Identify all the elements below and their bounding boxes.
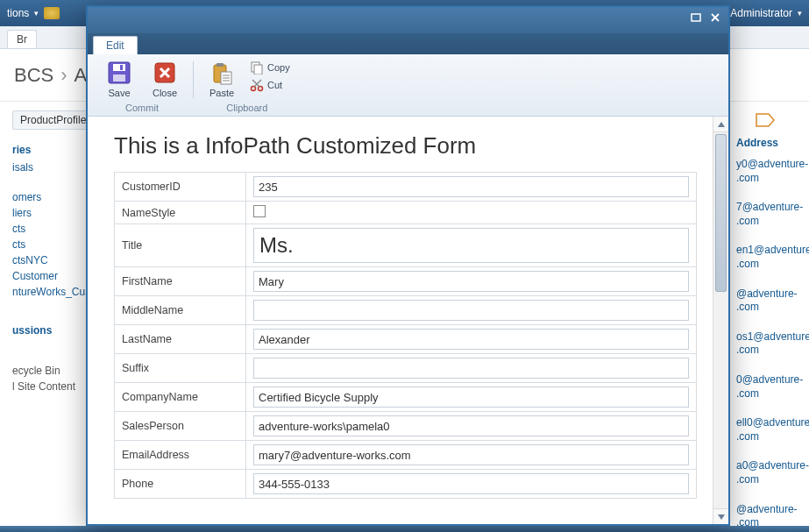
input-suffix[interactable] <box>253 358 689 379</box>
copy-label: Copy <box>267 62 290 73</box>
label-customerid: CustomerID <box>115 173 246 202</box>
paste-button[interactable]: Paste <box>202 58 241 100</box>
row-customerid: CustomerID <box>115 173 697 202</box>
row-companyname: CompanyName <box>115 383 697 412</box>
label-lastname: LastName <box>115 325 246 354</box>
scroll-up-button[interactable] <box>713 117 728 132</box>
input-phone[interactable] <box>253 473 689 494</box>
ribbon-group-clipboard: Paste Copy Cut Clipboard <box>195 58 299 114</box>
cut-label: Cut <box>267 80 282 90</box>
vertical-scrollbar[interactable] <box>713 117 728 524</box>
ribbon-group-clipboard-label: Clipboard <box>226 102 267 114</box>
label-phone: Phone <box>115 470 246 499</box>
edit-item-dialog: Edit Save Close Commit <box>86 5 730 526</box>
svg-rect-8 <box>120 65 123 70</box>
input-salesperson[interactable] <box>253 415 689 436</box>
row-title: Title <box>115 224 697 267</box>
paste-label: Paste <box>209 88 234 98</box>
svg-rect-19 <box>254 65 262 74</box>
ribbon: Save Close Commit Paste <box>88 54 728 117</box>
svg-rect-6 <box>113 64 125 71</box>
input-title[interactable] <box>253 228 689 263</box>
ribbon-group-commit-label: Commit <box>125 102 159 114</box>
close-label: Close <box>153 88 177 98</box>
input-lastname[interactable] <box>253 329 689 350</box>
svg-marker-25 <box>718 514 725 520</box>
svg-marker-24 <box>718 122 725 127</box>
form-table: CustomerID NameStyle Title FirstName <box>114 172 697 499</box>
row-salesperson: SalesPerson <box>115 412 697 441</box>
checkbox-namestyle[interactable] <box>253 205 266 217</box>
row-phone: Phone <box>115 470 697 499</box>
ribbon-tab-edit[interactable]: Edit <box>93 36 138 54</box>
save-button[interactable]: Save <box>100 58 138 100</box>
close-form-button[interactable]: Close <box>145 58 184 100</box>
input-customerid[interactable] <box>253 176 689 197</box>
cut-button[interactable]: Cut <box>248 77 292 93</box>
dialog-body: This is a InfoPath Customized Form Custo… <box>88 117 728 524</box>
label-suffix: Suffix <box>115 354 246 383</box>
chevron-up-icon <box>717 121 726 128</box>
scroll-thumb[interactable] <box>715 134 727 292</box>
copy-button[interactable]: Copy <box>248 60 292 75</box>
row-middlename: MiddleName <box>115 296 697 325</box>
scroll-down-button[interactable] <box>713 508 728 524</box>
row-emailaddress: EmailAddress <box>115 441 697 470</box>
close-form-icon <box>152 60 178 86</box>
form-heading: This is a InfoPath Customized Form <box>114 132 697 160</box>
ribbon-tab-row: Edit <box>88 33 728 54</box>
label-firstname: FirstName <box>115 267 246 296</box>
ribbon-separator <box>193 61 194 98</box>
svg-rect-13 <box>216 63 224 67</box>
label-emailaddress: EmailAddress <box>115 441 246 470</box>
svg-rect-2 <box>692 14 700 21</box>
ribbon-group-commit: Save Close Commit <box>93 58 191 114</box>
save-icon <box>106 60 132 86</box>
input-middlename[interactable] <box>253 300 689 321</box>
modal-overlay: Edit Save Close Commit <box>0 0 809 532</box>
save-label: Save <box>108 88 130 98</box>
label-companyname: CompanyName <box>115 383 246 412</box>
paste-icon <box>209 60 235 86</box>
label-middlename: MiddleName <box>115 296 246 325</box>
label-title: Title <box>115 224 246 267</box>
maximize-button[interactable] <box>688 11 704 25</box>
label-salesperson: SalesPerson <box>115 412 246 441</box>
row-firstname: FirstName <box>115 267 697 296</box>
close-icon <box>710 13 720 22</box>
maximize-icon <box>691 13 701 22</box>
row-namestyle: NameStyle <box>115 202 697 224</box>
copy-icon <box>250 60 264 74</box>
row-lastname: LastName <box>115 325 697 354</box>
form-scroll-area[interactable]: This is a InfoPath Customized Form Custo… <box>88 117 713 524</box>
chevron-down-icon <box>717 514 726 521</box>
close-button[interactable] <box>707 11 723 25</box>
svg-rect-7 <box>113 74 125 82</box>
input-firstname[interactable] <box>253 271 689 292</box>
label-namestyle: NameStyle <box>115 202 246 224</box>
input-companyname[interactable] <box>253 387 689 408</box>
cut-icon <box>250 78 264 92</box>
input-emailaddress[interactable] <box>253 444 689 465</box>
row-suffix: Suffix <box>115 354 697 383</box>
